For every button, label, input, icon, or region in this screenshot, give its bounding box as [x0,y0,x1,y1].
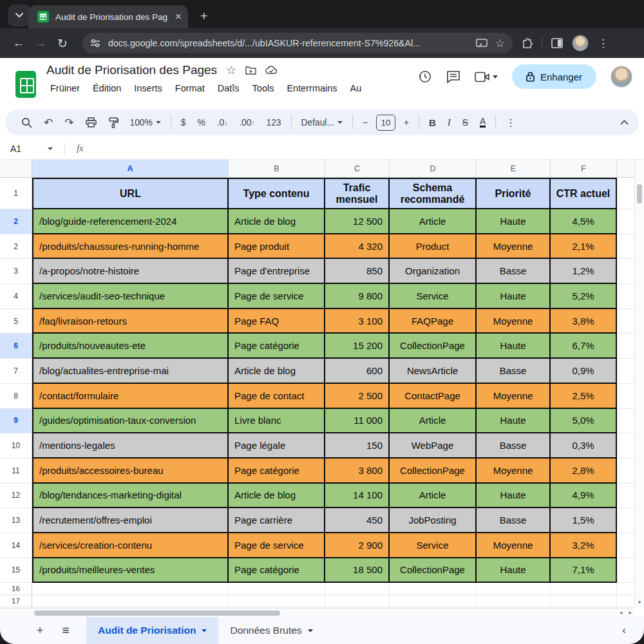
vertical-scrollbar[interactable]: ▾ [634,160,644,607]
cell[interactable]: 2,5% [551,384,617,409]
collapse-toolbar-icon[interactable] [620,120,629,125]
bookmark-star-icon[interactable]: ☆ [495,37,505,50]
cell[interactable]: Moyenne [477,309,551,334]
cell[interactable]: Basse [477,259,551,284]
font-size-input[interactable]: 10 [376,115,395,131]
header-cell[interactable]: Type contenu [229,178,325,209]
column-header-F[interactable]: F [551,160,617,178]
cell[interactable] [477,583,551,595]
cell[interactable]: Article [390,209,477,234]
meet-button[interactable] [475,71,498,82]
menu-item[interactable]: Édition [88,81,126,95]
cell[interactable]: /blog/guide-referencement-2024 [32,209,229,234]
browser-menu-icon[interactable]: ⋮ [598,37,609,50]
cell[interactable]: Article de blog [229,359,325,384]
row-header-16[interactable]: 16 [0,583,32,595]
cell[interactable]: Article de blog [229,484,325,509]
cell[interactable]: Basse [477,508,551,533]
vertical-scrollbar-thumb[interactable] [637,184,642,204]
cell[interactable]: 2,8% [551,459,617,484]
cell[interactable]: Service [390,533,477,558]
cell[interactable]: CollectionPage [390,334,477,359]
cell[interactable]: /faq/livraison-retours [32,309,229,334]
decrease-decimal-button[interactable]: .0↓ [211,118,234,128]
cell[interactable]: 12 500 [325,209,390,234]
cast-icon[interactable] [476,39,488,48]
strikethrough-button[interactable]: S [457,118,474,128]
menu-item[interactable]: Inserts [129,81,167,95]
scroll-left-icon[interactable]: ◂ [620,609,623,616]
format-currency-button[interactable]: $ [175,118,192,128]
all-sheets-icon[interactable]: ≡ [53,623,79,638]
version-history-icon[interactable] [418,70,432,84]
move-folder-icon[interactable] [245,66,256,75]
cell[interactable]: Page de contact [229,384,325,409]
row-header-11[interactable]: 11 [0,459,32,484]
more-formats-button[interactable]: 123 [260,118,287,128]
row-header-2[interactable]: 2 [0,209,32,234]
cell[interactable]: Page carrière [229,508,325,533]
menu-item[interactable]: Früiner [45,81,85,95]
cell[interactable]: /recrutement/offres-emploi [32,508,229,533]
cell[interactable]: Page FAQ [229,309,325,334]
cell[interactable]: 5,2% [551,284,617,309]
extensions-icon[interactable] [522,38,533,49]
row-header-9[interactable]: 9 [0,409,32,434]
menu-item[interactable]: Tools [247,81,279,95]
cell[interactable] [32,595,229,607]
cell[interactable]: CollectionPage [390,459,477,484]
menu-item[interactable]: Au [345,81,367,95]
cell[interactable]: /produits/accessoires-bureau [32,459,229,484]
cell[interactable]: /produits/meilleures-ventes [32,558,229,583]
header-cell[interactable]: URL [32,178,229,209]
account-avatar[interactable] [611,66,632,88]
menu-item[interactable]: Format [170,81,210,95]
bold-button[interactable]: B [423,117,442,128]
cell[interactable]: Service [390,284,477,309]
row-header-17[interactable]: 17 [0,595,32,607]
sheet-scroll-left-icon[interactable]: ‹ [622,624,626,637]
cell[interactable]: Page catégorie [229,558,325,583]
column-header-B[interactable]: B [229,160,325,178]
header-cell[interactable]: Trafic mensuel [325,178,390,209]
cell[interactable]: 7,1% [551,558,617,583]
cell[interactable]: 2 500 [325,384,390,409]
cell[interactable]: Article [390,484,477,509]
cell[interactable]: 0,3% [551,433,617,459]
header-cell[interactable]: Priorité [477,178,551,209]
cell[interactable] [325,595,390,607]
cell[interactable]: 11 000 [325,409,390,434]
cell[interactable]: 3,8% [551,309,617,334]
row-header-3[interactable]: 3 [0,259,32,284]
cell[interactable]: 450 [325,508,390,533]
cell[interactable]: NewsArticle [390,359,477,384]
cell[interactable]: Page produit [229,234,325,260]
cell[interactable] [229,595,325,607]
cell[interactable]: Haute [477,558,551,583]
name-box[interactable]: A1 [0,144,59,154]
search-icon[interactable] [15,117,38,128]
menu-item[interactable]: Datîs [213,81,245,95]
cell[interactable]: 850 [325,259,390,284]
cell[interactable]: 14 100 [325,484,390,509]
cell[interactable]: Moyenne [477,533,551,558]
cell[interactable] [325,583,390,595]
cell[interactable]: 0,9% [551,359,617,384]
row-header-13[interactable]: 13 [0,508,32,533]
cell[interactable]: /services/creation-contenu [32,533,229,558]
row-header-12[interactable]: 12 [0,484,32,509]
cell[interactable]: 9 800 [325,284,390,309]
cell[interactable] [390,583,477,595]
cell[interactable]: 150 [325,433,390,459]
cell[interactable]: Page de service [229,533,325,558]
share-button[interactable]: Enhanger [512,64,596,89]
cell[interactable]: Haute [477,209,551,234]
row-header-10[interactable]: 10 [0,433,32,459]
add-sheet-button[interactable]: + [27,623,53,638]
horizontal-scrollbar[interactable]: ◂▸ [0,608,634,618]
zoom-select[interactable]: 100% [124,118,167,128]
cell[interactable]: JobPosting [390,508,477,533]
browser-profile-avatar[interactable] [572,35,589,52]
undo-icon[interactable]: ↶ [38,116,59,129]
italic-button[interactable]: I [442,117,457,128]
